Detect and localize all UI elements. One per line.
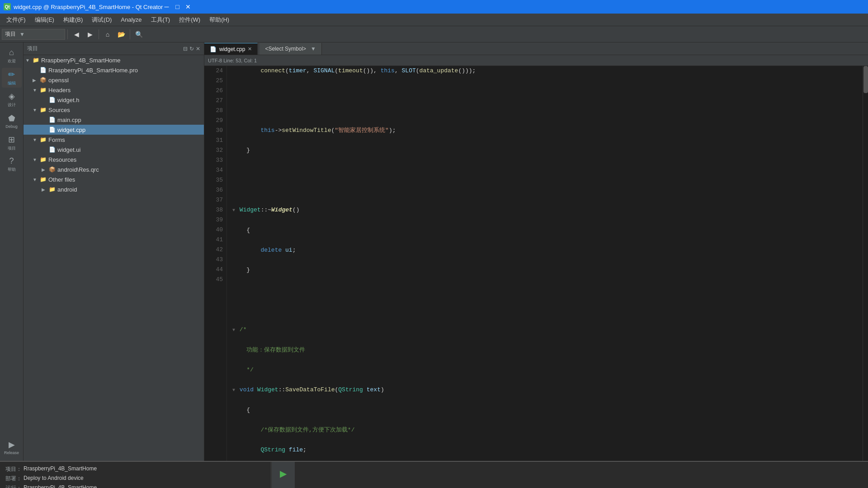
scrollbar-thumb[interactable]: [863, 66, 868, 93]
editor-area: 📄 widget.cpp ✕ <Select Symbol> ▼ UTF-8 L…: [204, 42, 868, 461]
tree-item-sources[interactable]: ▼ 📁 Sources: [24, 105, 204, 115]
app-icon: Qt: [4, 3, 11, 10]
sidebar-item-debug[interactable]: ⬟ Debug: [2, 111, 22, 131]
design-icon: ◈: [9, 91, 15, 101]
project-info: 项目： RraspberryPi_4B_SmartHome 部署： Deploy…: [0, 462, 271, 488]
tree-item-widget-cpp[interactable]: 📄 widget.cpp: [24, 125, 204, 135]
deploy-label: 部署：: [5, 475, 22, 483]
tab-file-icon: 📄: [210, 46, 217, 52]
line-numbers: 24 25 26 27 28 29 30 31 32 33 34 35 36 3…: [204, 66, 227, 461]
menu-tools[interactable]: 工具(T): [146, 14, 175, 26]
toolbar: 项目 ▼ ◀ ▶ ⌂ 📂 🔍: [0, 26, 868, 42]
tab-close-button[interactable]: ✕: [248, 46, 252, 52]
sidebar-item-edit[interactable]: ✏ 编辑: [2, 68, 22, 88]
toolbar-separator: [67, 29, 68, 39]
headers-folder-icon: 📁: [40, 87, 47, 93]
filter-icon[interactable]: ⊟: [183, 46, 188, 52]
release-icon: ▶: [9, 440, 15, 450]
toolbar-separator-2: [99, 29, 99, 39]
menubar: 文件(F) 编辑(E) 构建(B) 调试(D) Analyze 工具(T) 控件…: [0, 14, 868, 26]
left-sidebar: ⌂ 欢迎 ✏ 编辑 ◈ 设计 ⬟ Debug ⊞ 项目 ? 帮助 ▶ Relea…: [0, 42, 24, 461]
project-folder-icon: 📁: [33, 57, 39, 63]
close-button[interactable]: ✕: [184, 3, 192, 10]
sync-icon[interactable]: ↻: [189, 46, 194, 52]
tree-item-other-files[interactable]: ▼ 📁 Other files: [24, 174, 204, 184]
sidebar-item-help[interactable]: ? 帮助: [2, 155, 22, 174]
code-editor[interactable]: connect(timer, SIGNAL(timeout()), this, …: [227, 66, 863, 461]
menu-help[interactable]: 帮助(H): [205, 14, 234, 26]
tree-item-forms[interactable]: ▼ 📁 Forms: [24, 135, 204, 145]
editor-tabs: 📄 widget.cpp ✕ <Select Symbol> ▼: [204, 42, 868, 55]
forms-folder-icon: 📁: [40, 136, 47, 143]
open-button[interactable]: 📂: [115, 28, 127, 41]
maximize-button[interactable]: □: [174, 3, 181, 10]
project-label: 项目：: [5, 465, 22, 473]
sidebar-item-design[interactable]: ◈ 设计: [2, 89, 22, 109]
file-tree: ▼ 📁 RraspberryPi_4B_SmartHome 📄 Rraspber…: [24, 55, 204, 461]
tab-label: widget.cpp: [219, 46, 245, 52]
file-tree-title: 项目: [27, 45, 38, 52]
tree-item-android[interactable]: ▶ 📁 android: [24, 184, 204, 194]
help-icon: ?: [9, 156, 14, 166]
run-button[interactable]: ▶: [275, 465, 292, 482]
ui-file-icon: 📄: [49, 146, 56, 153]
encoding-info: UTF-8 Line: 53, Col: 1: [208, 58, 257, 63]
nav-back-button[interactable]: ◀: [70, 28, 83, 41]
tree-item-headers[interactable]: ▼ 📁 Headers: [24, 85, 204, 95]
editor-scrollbar[interactable]: [863, 66, 868, 461]
main-cpp-file-icon: 📄: [49, 117, 56, 123]
menu-build[interactable]: 构建(B): [59, 14, 87, 26]
project-icon: ⊞: [8, 135, 15, 145]
tab-symbol-selector[interactable]: <Select Symbol> ▼: [259, 43, 322, 55]
editor-info-bar: UTF-8 Line: 53, Col: 1: [204, 55, 868, 66]
h-file-icon: 📄: [49, 97, 56, 103]
tree-item-widget-ui[interactable]: 📄 widget.ui: [24, 145, 204, 155]
edit-icon: ✏: [8, 70, 15, 80]
expand-arrow: ▼: [25, 58, 31, 63]
toolbar-separator-3: [130, 29, 130, 39]
qrc-file-icon: 📦: [49, 166, 56, 173]
tab-widget-cpp[interactable]: 📄 widget.cpp ✕: [204, 43, 258, 55]
android-folder-icon: 📁: [49, 186, 56, 192]
project-dropdown[interactable]: 项目 ▼: [2, 29, 65, 40]
tree-item-widget-h[interactable]: 📄 widget.h: [24, 95, 204, 105]
sources-folder-icon: 📁: [40, 107, 47, 113]
menu-edit[interactable]: 编辑(E): [30, 14, 59, 26]
symbol-selector-label: <Select Symbol>: [265, 46, 306, 52]
run-label: 运行：: [5, 484, 22, 488]
project-value: RraspberryPi_4B_SmartHome: [24, 465, 97, 473]
locator-button[interactable]: 🔍: [132, 28, 145, 41]
pro-file-icon: 📄: [40, 67, 47, 73]
debug-icon: ⬟: [8, 113, 15, 123]
action-buttons: ▶ ▷ ■: [271, 462, 295, 488]
code-container: 24 25 26 27 28 29 30 31 32 33 34 35 36 3…: [204, 66, 868, 461]
nav-forward-button[interactable]: ▶: [84, 28, 96, 41]
window-title: widget.cpp @ RraspberryPi_4B_SmartHome -…: [14, 4, 163, 10]
bottom-panel: 项目： RraspberryPi_4B_SmartHome 部署： Deploy…: [0, 461, 868, 488]
widget-cpp-file-icon: 📄: [49, 127, 56, 133]
menu-debug[interactable]: 调试(D): [87, 14, 116, 26]
openssl-folder-icon: 📦: [40, 77, 47, 83]
tree-item-main-cpp[interactable]: 📄 main.cpp: [24, 115, 204, 125]
sidebar-item-project[interactable]: ⊞ 项目: [2, 133, 22, 153]
run-without-debug-button[interactable]: ▷: [275, 484, 292, 488]
home-button[interactable]: ⌂: [101, 28, 114, 41]
file-tree-header: 项目 ⊟ ↻ ✕: [24, 42, 204, 55]
menu-file[interactable]: 文件(F): [2, 14, 30, 26]
tree-item-android-res[interactable]: ▶ 📦 android\Res.qrc: [24, 164, 204, 174]
sidebar-item-release[interactable]: ▶ Release: [2, 437, 22, 457]
menu-analyze[interactable]: Analyze: [116, 14, 146, 26]
file-tree-panel: 项目 ⊟ ↻ ✕ ▼ 📁 RraspberryPi_4B_SmartHome 📄…: [24, 42, 204, 461]
tree-item-openssl[interactable]: ▶ 📦 openssl: [24, 75, 204, 85]
tree-item-resources[interactable]: ▼ 📁 Resources: [24, 155, 204, 164]
menu-controls[interactable]: 控件(W): [175, 14, 205, 26]
other-files-folder-icon: 📁: [40, 176, 47, 183]
close-tree-icon[interactable]: ✕: [196, 46, 200, 52]
minimize-button[interactable]: ─: [163, 3, 170, 10]
sidebar-item-welcome[interactable]: ⌂ 欢迎: [2, 46, 22, 66]
main-layout: ⌂ 欢迎 ✏ 编辑 ◈ 设计 ⬟ Debug ⊞ 项目 ? 帮助 ▶ Relea…: [0, 42, 868, 461]
bottom-content: 项目： RraspberryPi_4B_SmartHome 部署： Deploy…: [0, 462, 868, 488]
titlebar: Qt widget.cpp @ RraspberryPi_4B_SmartHom…: [0, 0, 868, 14]
tree-item-project-root[interactable]: ▼ 📁 RraspberryPi_4B_SmartHome: [24, 55, 204, 65]
tree-item-pro[interactable]: 📄 RraspberryPi_4B_SmartHome.pro: [24, 65, 204, 75]
